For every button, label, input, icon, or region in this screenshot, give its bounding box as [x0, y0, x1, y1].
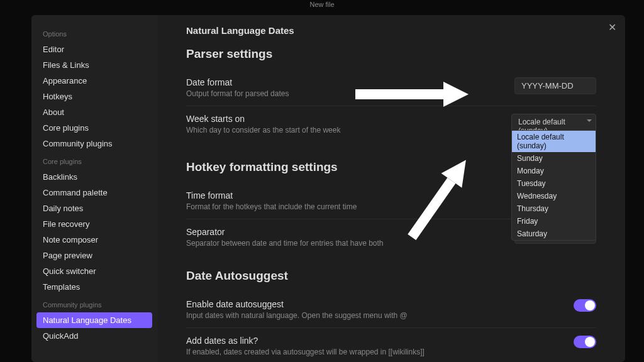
date-format-input[interactable] — [514, 77, 596, 94]
chevron-down-icon — [587, 119, 592, 122]
enable-autosuggest-toggle[interactable] — [574, 299, 596, 312]
date-format-desc: Output format for parsed dates — [186, 89, 289, 98]
setting-enable-autosuggest: Enable date autosuggest Input dates with… — [186, 292, 596, 327]
option-thursday[interactable]: Thursday — [512, 202, 596, 215]
sidebar-item-backlinks[interactable]: Backlinks — [31, 169, 157, 185]
close-icon: ✕ — [608, 22, 616, 33]
sidebar-item-appearance[interactable]: Appearance — [31, 73, 157, 89]
sidebar-item-quick-switcher[interactable]: Quick switcher — [31, 263, 157, 279]
week-start-desc: Which day to consider as the start of th… — [186, 126, 340, 134]
plugin-title: Natural Language Dates — [186, 25, 596, 36]
section-date-autosuggest: Date Autosuggest — [186, 269, 596, 283]
sidebar-item-page-preview[interactable]: Page preview — [31, 248, 157, 263]
add-link-desc: If enabled, dates created via autosugges… — [186, 348, 425, 356]
sidebar-item-templates[interactable]: Templates — [31, 279, 157, 295]
time-format-label: Time format — [186, 190, 357, 200]
option-friday[interactable]: Friday — [512, 215, 596, 228]
sidebar-heading-options: Options — [31, 24, 157, 41]
sidebar-item-hotkeys[interactable]: Hotkeys — [31, 89, 157, 104]
sidebar-item-community-plugins[interactable]: Community plugins — [31, 136, 157, 151]
topbar-label: New file — [309, 1, 334, 8]
sidebar-heading-community: Community plugins — [31, 295, 157, 312]
date-format-label: Date format — [186, 77, 289, 87]
sidebar-item-daily-notes[interactable]: Daily notes — [31, 200, 157, 216]
setting-week-start: Week starts on Which day to consider as … — [186, 106, 596, 146]
enable-auto-desc: Input dates with natural language. Open … — [186, 311, 408, 320]
option-wednesday[interactable]: Wednesday — [512, 190, 596, 202]
sidebar-item-editor[interactable]: Editor — [31, 41, 157, 57]
sidebar-item-natural-language-dates[interactable]: Natural Language Dates — [36, 312, 152, 328]
option-locale-default[interactable]: Locale default (sunday) — [512, 131, 596, 152]
option-tuesday[interactable]: Tuesday — [512, 177, 596, 190]
add-as-link-toggle[interactable] — [574, 336, 596, 348]
topbar: New file — [0, 0, 644, 11]
enable-auto-label: Enable date autosuggest — [186, 299, 408, 309]
section-parser-settings: Parser settings — [186, 47, 596, 61]
week-start-select: Locale default (sunday) Locale default (… — [511, 114, 596, 139]
option-monday[interactable]: Monday — [512, 165, 596, 177]
close-button[interactable]: ✕ — [608, 21, 616, 33]
sidebar-item-note-composer[interactable]: Note composer — [31, 232, 157, 248]
option-saturday[interactable]: Saturday — [512, 228, 596, 240]
sidebar-heading-core: Core plugins — [31, 151, 157, 169]
sidebar-item-file-recovery[interactable]: File recovery — [31, 216, 157, 232]
separator-desc: Separator between date and time for entr… — [186, 239, 384, 248]
setting-date-format: Date format Output format for parsed dat… — [186, 70, 596, 106]
sidebar-item-command-palette[interactable]: Command palette — [31, 185, 157, 200]
sidebar-item-about[interactable]: About — [31, 104, 157, 120]
option-sunday[interactable]: Sunday — [512, 152, 596, 165]
time-format-desc: Format for the hotkeys that include the … — [186, 202, 357, 211]
week-start-label: Week starts on — [186, 114, 340, 124]
settings-modal: Options Editor Files & Links Appearance … — [31, 15, 625, 362]
add-link-label: Add dates as link? — [186, 336, 425, 346]
sidebar: Options Editor Files & Links Appearance … — [31, 15, 157, 362]
week-start-dropdown: Locale default (sunday) Sunday Monday Tu… — [511, 130, 596, 241]
content-area: ✕ Natural Language Dates Parser settings… — [157, 15, 625, 362]
sidebar-item-core-plugins[interactable]: Core plugins — [31, 120, 157, 136]
setting-add-dates-as-link: Add dates as link? If enabled, dates cre… — [186, 327, 596, 362]
sidebar-item-files-links[interactable]: Files & Links — [31, 57, 157, 73]
sidebar-item-quickadd[interactable]: QuickAdd — [31, 328, 157, 344]
separator-label: Separator — [186, 227, 384, 237]
